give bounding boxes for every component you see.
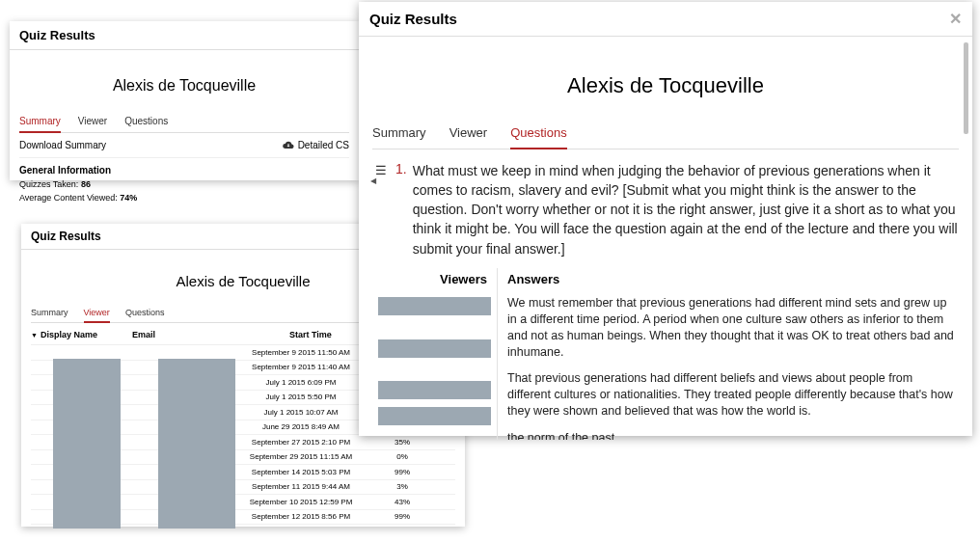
tab-questions[interactable]: Questions xyxy=(125,305,165,322)
question-text: What must we keep in mind when judging t… xyxy=(413,161,959,258)
start-time-cell: September 10 2015 12:59 PM xyxy=(243,498,359,506)
redacted-name-block xyxy=(53,359,121,528)
start-time-cell: September 11 2015 9:44 AM xyxy=(243,482,359,491)
reorder-icon[interactable]: ☰ xyxy=(372,161,390,177)
watched-cell: 3% xyxy=(359,482,446,491)
tab-viewer[interactable]: Viewer xyxy=(78,112,107,132)
col-email[interactable]: Email xyxy=(132,330,253,339)
start-time-cell: September 9 2015 11:40 AM xyxy=(243,363,359,371)
start-time-cell: July 1 2015 6:09 PM xyxy=(243,378,359,387)
tab-summary[interactable]: Summary xyxy=(19,112,61,133)
start-time-cell: September 9 2015 11:50 AM xyxy=(243,348,359,357)
detailed-csv-link[interactable]: Detailed CS xyxy=(298,140,349,150)
start-time-cell: June 29 2015 8:49 AM xyxy=(243,422,359,431)
viewer-redacted xyxy=(378,339,491,358)
start-time-cell: September 27 2015 2:10 PM xyxy=(243,438,359,447)
scrollbar[interactable] xyxy=(964,42,968,134)
quiz-title: Alexis de Tocqueville xyxy=(19,56,349,112)
tab-summary[interactable]: Summary xyxy=(31,305,68,322)
watched-cell: 99% xyxy=(359,468,446,476)
answer-text: the norm of the past xyxy=(507,427,959,440)
answer-text: We must remember that previous generatio… xyxy=(507,292,959,368)
summary-card: Quiz Results Alexis de Tocqueville Summa… xyxy=(10,21,359,180)
col-viewers: Viewers xyxy=(372,268,497,292)
start-time-cell: September 29 2015 11:15 AM xyxy=(243,452,359,461)
tab-viewer[interactable]: Viewer xyxy=(449,120,488,149)
collapse-left-icon[interactable]: ◀ xyxy=(370,176,376,185)
tab-summary[interactable]: Summary xyxy=(372,120,426,149)
close-icon[interactable]: ✕ xyxy=(949,10,962,28)
quiz-title: Alexis de Tocqueville xyxy=(372,42,959,120)
col-start-time[interactable]: Start Time xyxy=(253,330,368,339)
general-info-heading: General Information xyxy=(19,158,349,178)
tab-questions[interactable]: Questions xyxy=(510,120,567,149)
watched-cell: 99% xyxy=(359,512,446,521)
cloud-download-icon[interactable] xyxy=(283,140,294,150)
card1-tabs: Summary Viewer Questions xyxy=(19,112,349,133)
questions-card: Quiz Results ✕ Alexis de Tocqueville Sum… xyxy=(359,2,972,436)
quizzes-taken: Quizzes Taken: 86 xyxy=(19,178,349,192)
start-time-cell: July 1 2015 10:07 AM xyxy=(243,408,359,417)
download-summary-link[interactable]: Download Summary xyxy=(19,140,106,150)
card3-header: Quiz Results ✕ xyxy=(359,2,972,37)
tab-questions[interactable]: Questions xyxy=(124,112,168,132)
card3-tabs: Summary Viewer Questions xyxy=(372,120,959,149)
col-answers: Answers xyxy=(507,268,959,292)
watched-cell: 43% xyxy=(359,498,446,506)
start-time-cell: July 1 2015 5:50 PM xyxy=(243,393,359,401)
avg-content-viewed: Average Content Viewed: 74% xyxy=(19,192,349,205)
redacted-email-block xyxy=(158,359,235,528)
card1-header: Quiz Results xyxy=(10,21,359,50)
sort-arrow-icon[interactable]: ▼ xyxy=(31,332,38,339)
tab-viewer[interactable]: Viewer xyxy=(84,305,110,323)
answer-text: That previous generations had different … xyxy=(507,367,959,427)
viewer-redacted xyxy=(378,381,491,399)
question-block: ◀ ☰ 1. What must we keep in mind when ju… xyxy=(372,149,959,268)
start-time-cell: September 14 2015 5:03 PM xyxy=(243,468,359,476)
viewer-redacted xyxy=(378,407,491,425)
answers-table: Viewers Answers We must remember that pr… xyxy=(372,268,959,440)
col-display-name[interactable]: Display Name xyxy=(41,330,132,339)
watched-cell: 0% xyxy=(359,452,446,461)
question-number: 1. xyxy=(395,161,407,176)
viewer-redacted xyxy=(378,297,491,315)
start-time-cell: September 12 2015 8:56 PM xyxy=(243,512,359,521)
